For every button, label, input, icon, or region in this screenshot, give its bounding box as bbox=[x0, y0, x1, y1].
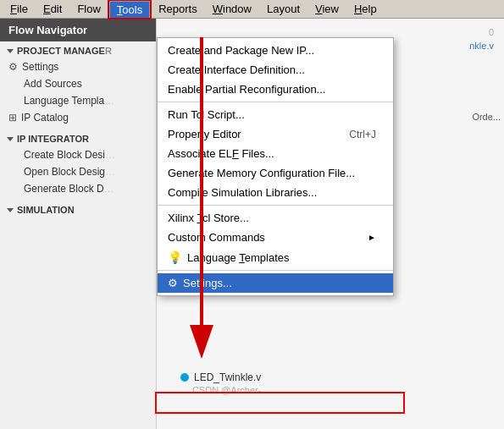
dropdown-item-generate-memory-config[interactable]: Generate Memory Configuration File... bbox=[158, 163, 393, 183]
sidebar-item-generate-block-design[interactable]: Generate Block D… bbox=[0, 180, 156, 197]
dropdown-item-xilinx-tcl-store[interactable]: Xilinx Tcl Store... bbox=[158, 208, 393, 228]
sidebar-item-ip-catalog[interactable]: ⊞ IP Catalog bbox=[0, 109, 156, 126]
main-layout: Flow Navigator PROJECT MANAGER ⚙ Setting… bbox=[0, 19, 504, 429]
dropdown-item-settings[interactable]: ⚙ Settings... bbox=[158, 273, 393, 293]
sidebar-item-language-templates[interactable]: Language Templa… bbox=[0, 92, 156, 109]
dropdown-shortcut-property-editor: Ctrl+J bbox=[349, 129, 376, 140]
led-file-label: LED_Twinkle.v bbox=[194, 371, 261, 383]
submenu-arrow-icon: ► bbox=[368, 233, 376, 242]
dropdown-separator-1 bbox=[158, 102, 393, 102]
dropdown-label-xilinx-tcl-store: Xilinx Tcl Store... bbox=[168, 212, 249, 224]
collapse-simulation-icon[interactable] bbox=[7, 208, 14, 212]
dropdown-item-custom-commands[interactable]: Custom Commands ► bbox=[158, 228, 393, 247]
dropdown-label-settings: Settings... bbox=[183, 277, 232, 289]
sidebar-section-ip-integrator: IP INTEGRATOR bbox=[0, 129, 156, 146]
sidebar-settings-label: Settings bbox=[22, 61, 58, 73]
menu-flow[interactable]: Flow bbox=[70, 1, 107, 17]
sidebar-item-add-sources[interactable]: Add Sources bbox=[0, 75, 156, 92]
menu-reports[interactable]: Reports bbox=[152, 1, 204, 17]
collapse-ip-integrator-icon[interactable] bbox=[7, 137, 14, 141]
dropdown-label-create-package-ip: Create and Package New IP... bbox=[168, 44, 314, 57]
led-file-row: LED_Twinkle.v CSDN @Archer- bbox=[174, 370, 268, 395]
section-label-project-manager: PROJECT MANAGER bbox=[17, 46, 112, 56]
dropdown-label-language-templates: Language Templates bbox=[187, 251, 289, 264]
dropdown-item-property-editor[interactable]: Property Editor Ctrl+J bbox=[158, 124, 393, 144]
collapse-project-manager-icon[interactable] bbox=[7, 49, 14, 53]
ip-catalog-icon: ⊞ bbox=[8, 112, 17, 124]
sidebar-header: Flow Navigator bbox=[0, 19, 156, 41]
dropdown-label-custom-commands: Custom Commands bbox=[168, 231, 265, 244]
sidebar-item-settings[interactable]: ⚙ Settings bbox=[0, 58, 156, 75]
sidebar-ip-catalog-label: IP Catalog bbox=[21, 112, 69, 124]
menu-file[interactable]: File bbox=[3, 1, 35, 17]
sidebar-item-create-block-design[interactable]: Create Block Desi… bbox=[0, 146, 156, 163]
dropdown-separator-3 bbox=[158, 270, 393, 271]
sidebar-section-simulation: SIMULATION bbox=[0, 201, 156, 217]
dropdown-separator-2 bbox=[158, 205, 393, 206]
gear-icon: ⚙ bbox=[8, 61, 18, 73]
dropdown-label-create-interface-def: Create Interface Definition... bbox=[168, 63, 305, 76]
tools-dropdown-menu: Create and Package New IP... Create Inte… bbox=[157, 37, 394, 296]
menu-view[interactable]: View bbox=[308, 1, 346, 17]
dropdown-item-create-package-ip[interactable]: Create and Package New IP... bbox=[158, 41, 393, 60]
dropdown-item-compile-sim-libs[interactable]: Compile Simulation Libraries... bbox=[158, 183, 393, 202]
menubar: File Edit Flow Tools Reports Window Layo… bbox=[0, 0, 504, 19]
dropdown-item-create-interface-def[interactable]: Create Interface Definition... bbox=[158, 60, 393, 80]
menu-edit[interactable]: Edit bbox=[36, 1, 69, 17]
menu-layout[interactable]: Layout bbox=[260, 1, 307, 17]
dropdown-item-language-templates[interactable]: 💡 Language Templates bbox=[158, 247, 393, 267]
bg-orde: Orde... bbox=[472, 112, 501, 122]
menu-window[interactable]: Window bbox=[206, 1, 258, 17]
sidebar-section-project-manager: PROJECT MANAGER bbox=[0, 41, 156, 58]
settings-gear-icon: ⚙ bbox=[168, 277, 178, 289]
dropdown-label-generate-memory-config: Generate Memory Configuration File... bbox=[168, 167, 355, 179]
sidebar: Flow Navigator PROJECT MANAGER ⚙ Setting… bbox=[0, 19, 157, 429]
section-label-ip-integrator: IP INTEGRATOR bbox=[17, 134, 89, 144]
sidebar-item-open-block-design[interactable]: Open Block Desig… bbox=[0, 163, 156, 180]
led-dot-icon bbox=[180, 373, 189, 382]
menu-tools[interactable]: Tools bbox=[109, 1, 150, 18]
dropdown-item-associate-elf[interactable]: Associate ELF Files... bbox=[158, 144, 393, 163]
dropdown-label-enable-partial-reconfig: Enable Partial Reconfiguration... bbox=[168, 83, 325, 96]
dropdown-label-compile-sim-libs: Compile Simulation Libraries... bbox=[168, 186, 317, 199]
dropdown-label-property-editor: Property Editor bbox=[168, 128, 241, 140]
dropdown-item-run-tcl-script[interactable]: Run Tcl Script... bbox=[158, 105, 393, 124]
dropdown-item-enable-partial-reconfig[interactable]: Enable Partial Reconfiguration... bbox=[158, 80, 393, 99]
section-label-simulation: SIMULATION bbox=[17, 205, 75, 215]
dropdown-label-run-tcl-script: Run Tcl Script... bbox=[168, 108, 245, 121]
csdn-watermark: CSDN @Archer- bbox=[174, 385, 268, 395]
menu-help[interactable]: Help bbox=[347, 1, 384, 17]
bulb-icon: 💡 bbox=[168, 250, 182, 264]
dropdown-label-associate-elf: Associate ELF Files... bbox=[168, 147, 274, 160]
